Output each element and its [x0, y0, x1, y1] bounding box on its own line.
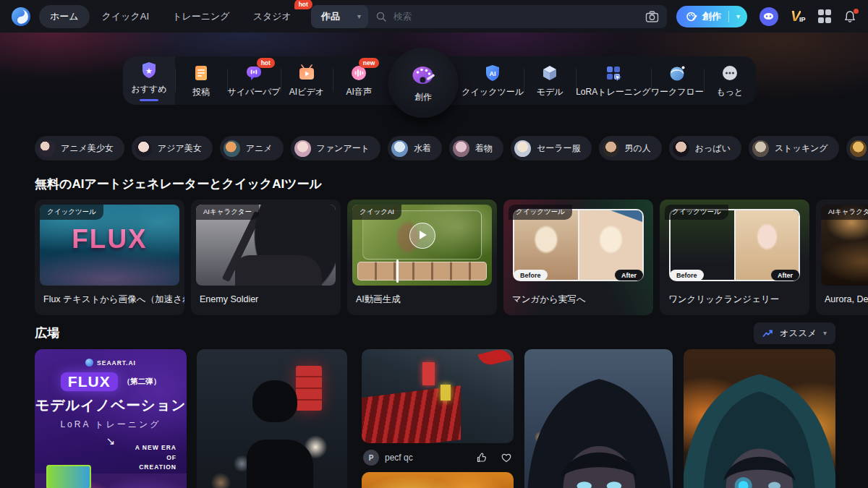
document-icon [191, 63, 211, 83]
tag-avatar [453, 140, 469, 157]
create-button-main[interactable]: 創作 [676, 10, 728, 23]
tool-card-image: クイックツール Before After [665, 205, 804, 286]
feed-image-hooded-boy[interactable] [524, 349, 673, 488]
apps-grid-icon[interactable] [818, 9, 832, 23]
hot-badge: hot [257, 58, 275, 68]
tool-card-flux[interactable]: クイックツール FLUX Flux テキストから画像へ（加速された） [35, 200, 184, 315]
plaza-feed: SEAART.AI FLUX （第二弾） モデルイノベーション LoRA トレー… [35, 349, 868, 488]
nav-quick-ai[interactable]: クイックAI [91, 5, 161, 28]
before-label: Before [670, 270, 704, 281]
heart-icon[interactable] [501, 452, 512, 463]
tag-chip-fanart[interactable]: ファンアート [291, 136, 380, 160]
new-badge: new [359, 58, 380, 68]
top-bar: ホーム クイックAI トレーニング スタジオhot 作品 ▾ 創作 ▾ V [0, 0, 868, 33]
tool-card-image: AIキャラクター [196, 205, 336, 286]
feed-image-teal-hood[interactable] [684, 349, 835, 488]
tag-chip-oppai[interactable]: おっぱい [669, 136, 741, 160]
nav-studio[interactable]: スタジオhot [242, 5, 302, 28]
avatar[interactable]: P [363, 450, 379, 466]
tag-chip-man[interactable]: 男の人 [599, 136, 662, 160]
category-workflow[interactable]: ワークフロー [651, 56, 704, 105]
tag-chip-swimsuit[interactable]: 水着 [388, 136, 442, 160]
tool-card-one-click-lingerie[interactable]: クイックツール Before After ワンクリックランジェリー [660, 200, 809, 315]
more-dots-icon [720, 63, 740, 83]
category-more[interactable]: もっと [704, 56, 756, 105]
tag-chip-anime-girl[interactable]: アニメ美少女 [35, 136, 124, 160]
tool-card-aurora[interactable]: AIキャラクター Aurora, Depr [816, 200, 868, 315]
tag-chip-stockings[interactable]: ストッキング [749, 136, 839, 160]
tag-avatar [135, 140, 152, 157]
works-dropdown[interactable]: 作品 ▾ [311, 5, 368, 28]
palette-brush-icon [409, 63, 437, 87]
feed-image-neon-city[interactable] [362, 349, 514, 443]
red-leaf-art [477, 349, 511, 367]
tool-card-image: クイックツール FLUX [40, 205, 179, 286]
promo-tagline: A NEW ERA OF CREATION [135, 443, 176, 473]
promo-title-jp: モデルイノベーション [35, 395, 187, 415]
promo-subtitle: LoRA トレーニング [35, 419, 187, 431]
category-recommended[interactable]: ★ おすすめ [123, 56, 175, 105]
nav-training[interactable]: トレーニング [161, 5, 241, 28]
camera-search-icon[interactable] [645, 10, 659, 23]
category-models[interactable]: モデル [524, 56, 576, 105]
after-label: After [771, 270, 799, 281]
category-create[interactable]: 創作 [388, 48, 459, 118]
promo-suffix: （第二弾） [123, 377, 161, 387]
tool-card-enemy-soldier[interactable]: AIキャラクター Enemy Soldier [191, 200, 341, 315]
category-ai-video[interactable]: AIビデオ [281, 56, 333, 105]
play-icon[interactable] [409, 223, 435, 249]
category-quick-tools[interactable]: AI クイックツール [461, 56, 524, 105]
discord-icon[interactable] [760, 7, 778, 26]
thumbs-up-icon[interactable] [476, 452, 488, 463]
create-chevron-down-icon[interactable]: ▾ [729, 13, 747, 20]
badge-star-icon: ★ [139, 60, 159, 80]
tag-avatar [752, 140, 769, 157]
notifications-bell-icon[interactable] [843, 10, 856, 23]
category-ai-audio[interactable]: new AI音声 [333, 56, 385, 105]
vip-icon[interactable]: V IP [791, 9, 806, 23]
tool-card-title: Enemy Soldier [191, 286, 341, 313]
feed-column-5 [684, 349, 835, 488]
category-cyber-pub[interactable]: hot サイバーパブ [227, 56, 280, 105]
feed-image-orange[interactable] [362, 472, 514, 488]
promo-flux-text: FLUX [61, 372, 118, 391]
svg-text:AI: AI [490, 70, 496, 77]
feed-image-night-street[interactable] [197, 349, 347, 488]
tag-avatar [850, 140, 867, 157]
tag-chip-pet[interactable]: ペット [846, 136, 868, 160]
promo-title-row: FLUX （第二弾） [35, 372, 187, 391]
hood-figure-art [684, 349, 835, 488]
tag-chip-row: アニメ美少女 アジア美女 アニメ ファンアート 水着 着物 セーラー服 男の人 … [35, 136, 868, 160]
search-input[interactable] [392, 11, 638, 22]
feed-column-1: SEAART.AI FLUX （第二弾） モデルイノベーション LoRA トレー… [35, 349, 187, 488]
tag-chip-sailor-uniform[interactable]: セーラー服 [511, 136, 592, 160]
nav-home[interactable]: ホーム [39, 5, 90, 28]
card-type-badge: AIキャラクター [821, 205, 868, 220]
card-type-badge: クイックツール [40, 205, 103, 220]
tool-card-ai-video[interactable]: クイックAI AI動画生成 [347, 200, 497, 315]
category-create-wrap: 創作 [385, 56, 461, 105]
tool-card-manga-to-real[interactable]: クイックツール Before After マンガから実写へ [503, 200, 653, 315]
svg-text:★: ★ [145, 67, 153, 75]
tool-card-image: クイックAI [352, 205, 492, 286]
seaart-logo-icon [85, 359, 93, 367]
category-lora-training[interactable]: LoRAトレーニング [576, 56, 650, 105]
neon-sign-art [422, 362, 435, 385]
ai-shield-icon: AI [482, 63, 503, 83]
hood-figure-art [524, 349, 673, 488]
search-bar: 作品 ▾ [311, 5, 667, 28]
post-username[interactable]: pecf qc [385, 453, 463, 463]
seaart-logo-icon[interactable] [12, 7, 30, 26]
tag-chip-anime[interactable]: アニメ [220, 136, 284, 160]
flux-promo-card[interactable]: SEAART.AI FLUX （第二弾） モデルイノベーション LoRA トレー… [35, 349, 187, 488]
tools-section-title: 無料のAIアートジェネレーターとクイックAIツール [35, 176, 322, 192]
plaza-section-title: 広場 [35, 325, 59, 341]
tag-avatar [391, 140, 408, 157]
tv-play-icon [297, 63, 317, 83]
create-button[interactable]: 創作 ▾ [676, 6, 747, 27]
tag-chip-kimono[interactable]: 着物 [449, 136, 503, 160]
sort-dropdown[interactable]: オススメ ▾ [754, 322, 835, 344]
category-posts[interactable]: 投稿 [175, 56, 227, 105]
tag-chip-asian-beauty[interactable]: アジア美女 [132, 136, 213, 160]
tag-avatar [603, 140, 619, 157]
